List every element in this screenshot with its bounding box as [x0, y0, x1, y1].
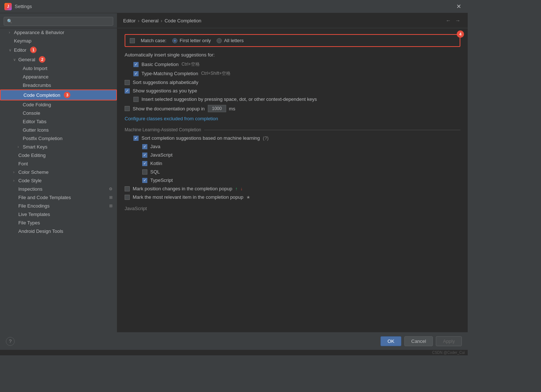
expand-arrow-smart-keys: ›	[18, 145, 21, 149]
sidebar-item-console[interactable]: Console	[0, 109, 117, 117]
expand-arrow-general: ∨	[13, 58, 17, 62]
search-input[interactable]	[4, 17, 113, 26]
ok-button[interactable]: OK	[380, 336, 401, 346]
expand-arrow-editor: ∨	[9, 48, 12, 52]
help-button[interactable]: ?	[6, 337, 15, 346]
all-letters-radio[interactable]	[217, 38, 222, 43]
sidebar-item-postfix-completion[interactable]: Postfix Completion	[0, 134, 117, 143]
sidebar-item-general[interactable]: ∨ General 2	[0, 55, 117, 64]
doc-popup-input[interactable]	[208, 105, 226, 112]
mark-relevant-checkbox[interactable]	[125, 195, 130, 200]
sidebar-item-code-completion[interactable]: Code Completion 3	[0, 89, 117, 100]
help-icon[interactable]: (?)	[263, 135, 269, 141]
settings-icon-3: ⊞	[109, 204, 113, 208]
sidebar-item-appearance[interactable]: Appearance	[0, 73, 117, 81]
sidebar-item-auto-import[interactable]: Auto Import	[0, 64, 117, 73]
show-as-type-row: Show suggestions as you type	[125, 88, 460, 94]
sidebar-item-code-editing[interactable]: Code Editing	[0, 151, 117, 160]
breadcrumb-part-2: General	[141, 18, 158, 23]
ml-java-row: Java	[142, 144, 460, 149]
sidebar-item-gutter-icons[interactable]: Gutter Icons	[0, 126, 117, 134]
sort-alpha-label: Sort suggestions alphabetically	[133, 80, 198, 85]
main-content: › Appearance & Behavior Keymap ∨ Editor …	[0, 13, 468, 332]
sidebar-item-android-design-tools[interactable]: Android Design Tools	[0, 227, 117, 235]
window-title: Settings	[15, 4, 32, 9]
sidebar-item-label: File Encodings	[18, 203, 49, 209]
basic-completion-checkbox[interactable]	[133, 62, 139, 67]
sidebar-item-color-scheme[interactable]: › Color Scheme	[0, 168, 117, 176]
sidebar-item-file-code-templates[interactable]: File and Code Templates ⊞	[0, 193, 117, 202]
auto-insert-section: Automatically insert single suggestions …	[125, 52, 460, 58]
insert-space-dot-checkbox[interactable]	[133, 97, 139, 102]
type-matching-shortcut: Ctrl+Shift+空格	[201, 70, 231, 77]
sidebar-item-appearance-behavior[interactable]: › Appearance & Behavior	[0, 28, 117, 37]
sidebar-item-label: Appearance	[23, 74, 48, 80]
show-as-type-checkbox[interactable]	[125, 88, 130, 94]
search-box	[0, 15, 117, 28]
auto-insert-label: Automatically insert single suggestions …	[125, 52, 215, 58]
sort-alpha-checkbox[interactable]	[125, 80, 130, 85]
sidebar-item-smart-keys[interactable]: › Smart Keys	[0, 143, 117, 151]
sidebar-item-label: Code Completion	[23, 92, 60, 98]
star-icon: ★	[246, 195, 250, 200]
expand-arrow-appearance: ›	[9, 30, 12, 34]
ml-typescript-row: TypeScript	[142, 177, 460, 183]
ml-kotlin-checkbox[interactable]	[142, 161, 147, 166]
ml-java-label: Java	[150, 144, 160, 149]
step-badge-3: 3	[64, 92, 70, 98]
sidebar-item-font[interactable]: Font	[0, 160, 117, 168]
match-case-label: Match case:	[141, 38, 166, 43]
ml-sql-label: SQL	[150, 169, 160, 175]
ml-typescript-checkbox[interactable]	[142, 178, 147, 183]
sidebar-item-code-folding[interactable]: Code Folding	[0, 100, 117, 109]
sidebar-item-keymap[interactable]: Keymap	[0, 37, 117, 45]
sidebar-item-label: Gutter Icons	[23, 127, 49, 133]
sidebar-item-file-types[interactable]: File Types	[0, 219, 117, 227]
watermark: CSDN @Coder_Cui	[0, 350, 468, 355]
sidebar-item-label: Code Style	[18, 178, 42, 183]
type-matching-label: Type-Matching Completion	[141, 71, 198, 76]
ml-java-checkbox[interactable]	[142, 144, 147, 149]
configure-link[interactable]: Configure classes excluded from completi…	[125, 116, 218, 121]
cancel-button[interactable]: Cancel	[404, 336, 433, 346]
radio-group-first-letter: First letter only	[172, 38, 211, 43]
mark-position-checkbox[interactable]	[125, 186, 130, 191]
sidebar-item-inspections[interactable]: Inspections ⚙	[0, 185, 117, 193]
breadcrumb-part-1: Editor	[123, 18, 136, 23]
sidebar-item-label: Font	[18, 161, 28, 166]
radio-group-all-letters: All letters	[217, 38, 243, 43]
show-as-type-label: Show suggestions as you type	[133, 88, 197, 94]
sidebar-item-label: Code Folding	[23, 102, 51, 107]
show-doc-popup-label: Show the documentation popup in	[133, 106, 205, 111]
sidebar-item-editor-tabs[interactable]: Editor Tabs	[0, 117, 117, 126]
forward-button[interactable]: →	[454, 17, 462, 24]
sidebar-item-code-style[interactable]: › Code Style	[0, 176, 117, 185]
back-button[interactable]: ←	[444, 17, 452, 24]
ml-javascript-checkbox[interactable]	[142, 153, 147, 158]
sidebar-item-label: Color Scheme	[18, 169, 48, 175]
breadcrumb-bar: Editor › General › Code Completion ← →	[117, 13, 468, 28]
ml-sql-checkbox[interactable]	[142, 169, 147, 175]
sidebar-item-breadcrumbs[interactable]: Breadcrumbs	[0, 81, 117, 89]
sidebar-item-editor[interactable]: ∨ Editor 1	[0, 45, 117, 55]
ml-javascript-label: JavaScript	[150, 152, 173, 158]
insert-space-dot-row: Insert selected suggestion by pressing s…	[133, 96, 460, 102]
first-letter-radio[interactable]	[172, 38, 177, 43]
ml-sql-row: SQL	[142, 169, 460, 175]
match-case-checkbox[interactable]	[130, 38, 135, 43]
sidebar-item-label: File and Code Templates	[18, 195, 71, 200]
javascript-section-label: JavaScript	[125, 206, 147, 211]
ml-sort-checkbox[interactable]	[133, 136, 139, 141]
close-button[interactable]: ✕	[454, 2, 463, 11]
sidebar-item-file-encodings[interactable]: File Encodings ⊞	[0, 202, 117, 210]
sidebar-item-label: Code Editing	[18, 153, 45, 158]
sidebar-item-live-templates[interactable]: Live Templates	[0, 210, 117, 219]
type-matching-checkbox[interactable]	[133, 71, 139, 76]
sidebar-item-label: Breadcrumbs	[23, 83, 51, 88]
step-badge-1: 1	[30, 47, 37, 53]
breadcrumb-sep-2: ›	[161, 18, 162, 23]
sidebar-item-label: Appearance & Behavior	[14, 30, 64, 35]
settings-content: 4 Match case: First letter only All lett…	[117, 28, 468, 332]
apply-button[interactable]: Apply	[436, 336, 462, 346]
show-doc-popup-checkbox[interactable]	[125, 106, 130, 111]
